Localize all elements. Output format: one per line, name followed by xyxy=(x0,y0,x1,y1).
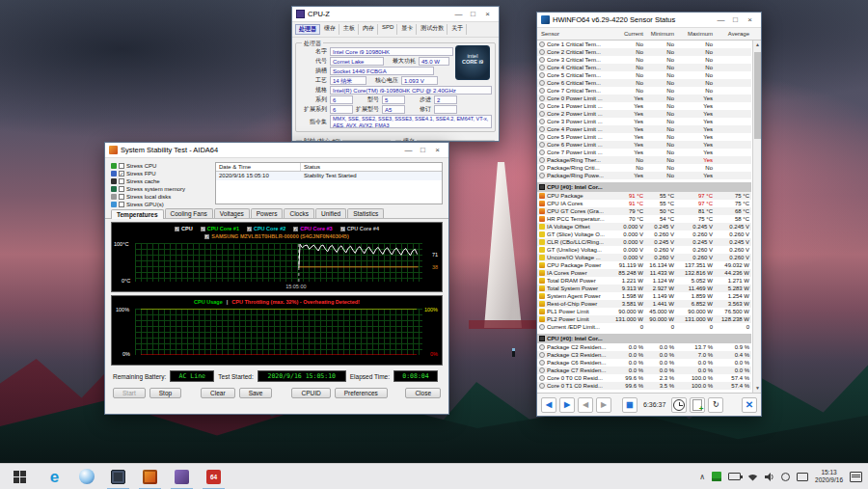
tray-expand-chevron-icon[interactable]: ∧ xyxy=(699,473,705,481)
tab-unified[interactable]: Unified xyxy=(315,208,346,218)
sensor-row[interactable]: CPU IA Cores91 °C55 °C97 °C75 °C xyxy=(537,200,751,207)
sensor-row[interactable]: Package/Ring Powe...YesNoYes xyxy=(537,172,751,179)
cpuz-tab-1[interactable]: 处理器 xyxy=(295,24,320,35)
taskbar-clock[interactable]: 15:13 2020/9/16 xyxy=(815,469,843,484)
sensor-row[interactable]: Package C7 Residen...0.0 %0.0 %0.0 %0.0 … xyxy=(537,367,751,374)
hwinfo-tray-icon[interactable] xyxy=(712,472,721,481)
edge-icon[interactable]: e xyxy=(39,464,70,489)
cpuz-titlebar[interactable]: CPU-Z — □ × xyxy=(292,7,499,22)
configure-sensors-button[interactable]: ▦ xyxy=(622,397,637,413)
scrollbar[interactable]: ▲ ▼ xyxy=(752,41,761,393)
checkbox-icon[interactable] xyxy=(119,178,124,184)
log-table-row[interactable]: 2020/9/16 15:05:10 Stability Test Starte… xyxy=(216,172,442,180)
sensor-row[interactable]: Rest-of-Chip Power3.581 W1.441 W6.852 W3… xyxy=(537,300,751,308)
legend-item[interactable]: ✓CPU Core #3 xyxy=(293,226,332,231)
legend-item[interactable]: ✓CPU Core #1 xyxy=(201,226,239,231)
sensor-row[interactable]: Package C6 Residen...0.0 %0.0 %0.0 %0.0 … xyxy=(537,359,751,367)
sensor-row[interactable]: Core 4 Critical Tem...NoNoNo xyxy=(537,64,751,71)
sensor-row[interactable]: Core 7 Power Limit ...YesNoYes xyxy=(537,149,751,156)
sensor-row[interactable]: CPU Package Power91.119 W16.134 W137.351… xyxy=(537,261,751,269)
maximize-icon[interactable]: □ xyxy=(728,13,743,27)
stress-checkbox-stress-gpu-s-[interactable]: Stress GPU(s) xyxy=(111,201,211,208)
sensor-row[interactable]: Core 1 Critical Tem...NoNoNo xyxy=(537,41,751,48)
sensor-row[interactable]: CLR (CBo/LLC/Ring...0.000 V0.245 V0.245 … xyxy=(537,238,751,246)
clear-button[interactable]: Clear xyxy=(201,388,235,398)
legend-checkbox-icon[interactable]: ✓ xyxy=(175,227,179,231)
reset-values-button[interactable]: ↻ xyxy=(708,397,723,413)
cpuz-tab-2[interactable]: 缓存 xyxy=(321,24,339,35)
sensor-row[interactable]: Core 4 Power Limit ...YesNoYes xyxy=(537,125,751,133)
app-orange-icon[interactable] xyxy=(134,464,166,489)
sensor-row[interactable]: Core 1 Power Limit ...YesNoYes xyxy=(537,102,751,110)
battery-icon[interactable] xyxy=(728,473,741,480)
clock-button[interactable] xyxy=(671,397,687,413)
close-icon[interactable]: × xyxy=(743,13,757,27)
sensor-section-header[interactable]: CPU [#0]: Intel Cor... xyxy=(537,334,751,343)
sensor-row[interactable]: Core 7 Critical Tem...NoNoNo xyxy=(537,87,751,95)
stress-checkbox-stress-cache[interactable]: Stress cache xyxy=(111,177,211,185)
sensor-row[interactable]: Core 0 T0 C0 Resid...99.6 %2.3 %100.0 %5… xyxy=(537,374,751,382)
sensor-row[interactable]: Core 0 T1 C0 Resid...99.6 %3.5 %100.0 %5… xyxy=(537,382,751,390)
minimize-icon[interactable]: — xyxy=(451,7,466,21)
forward-arrow-button[interactable]: ▶ xyxy=(559,397,575,413)
sensor-row[interactable]: Core 6 Power Limit ...YesNoYes xyxy=(537,141,751,149)
cpuz-app-icon[interactable] xyxy=(102,464,134,489)
checkbox-checked-icon[interactable]: ✓ xyxy=(119,171,124,177)
wifi-icon[interactable] xyxy=(747,473,758,481)
aida64-titlebar[interactable]: System Stability Test - AIDA64 — □ × xyxy=(105,143,448,158)
maximize-icon[interactable]: □ xyxy=(416,143,430,157)
sensor-row[interactable]: Core 3 Power Limit ...YesNoYes xyxy=(537,118,751,125)
next-page-button[interactable]: ▶ xyxy=(596,397,611,413)
display-tray-icon[interactable] xyxy=(797,473,808,481)
sensor-row[interactable]: Core 5 Critical Tem...NoNoNo xyxy=(537,71,751,79)
stop-button[interactable]: Stop xyxy=(149,388,181,398)
legend-item[interactable]: ✓CPU Core #4 xyxy=(340,226,379,231)
start-button[interactable]: Start xyxy=(113,388,146,398)
hwinfo64-app-icon[interactable]: 64 xyxy=(198,464,230,489)
tab-temperatures[interactable]: Temperatures xyxy=(111,209,164,219)
tab-voltages[interactable]: Voltages xyxy=(214,208,250,218)
sensor-row[interactable]: GT (Unslice) Voltag...0.000 V0.260 V0.26… xyxy=(537,246,751,254)
sensor-row[interactable]: Core 6 Critical Tem...NoNoNo xyxy=(537,79,751,87)
legend-checkbox-icon[interactable]: ✓ xyxy=(293,227,298,231)
cpuz-tab-5[interactable]: SPD xyxy=(379,24,397,35)
checkbox-icon[interactable] xyxy=(119,163,124,169)
hwinfo-titlebar[interactable]: HWiNFO64 v6.29-4220 Sensor Status — □ × xyxy=(537,13,761,28)
sensor-row[interactable]: Core 5 Power Limit ...YesNoYes xyxy=(537,133,751,141)
preferences-button[interactable]: Preferences xyxy=(335,388,388,398)
cpuid-button[interactable]: CPUID xyxy=(291,388,330,398)
sensor-row[interactable]: Core 0 Power Limit ...YesNoYes xyxy=(537,95,751,102)
sensor-row[interactable]: System Agent Power1.598 W1.149 W1.859 W1… xyxy=(537,292,751,300)
sensor-row[interactable]: IA Cores Power85.248 W11.433 W132.816 W4… xyxy=(537,269,751,277)
sensor-column-headers[interactable]: Sensor Current Minimum Maximum Average xyxy=(537,28,761,41)
tab-cooling-fans[interactable]: Cooling Fans xyxy=(165,208,213,218)
close-sensors-button[interactable]: ✕ xyxy=(742,397,757,413)
cpuz-tab-4[interactable]: 内存 xyxy=(360,24,378,35)
app-purple-icon[interactable] xyxy=(166,464,198,489)
action-center-icon[interactable] xyxy=(850,472,862,482)
stress-checkbox-stress-local-disks[interactable]: Stress local disks xyxy=(111,193,211,201)
stress-checkbox-stress-cpu[interactable]: Stress CPU xyxy=(111,162,211,170)
sensor-row[interactable]: Current /EDP Limit...0000 xyxy=(537,323,751,331)
app-blue-circle-icon[interactable] xyxy=(70,464,102,489)
sensor-row[interactable]: Package/Ring Ther...NoNoYes xyxy=(537,156,751,164)
sensor-row[interactable]: CPU GT Cores (Gra...79 °C50 °C81 °C68 °C xyxy=(537,207,751,215)
back-arrow-button[interactable]: ◀ xyxy=(541,397,556,413)
legend-checkbox-icon[interactable]: ✓ xyxy=(247,227,252,231)
tab-powers[interactable]: Powers xyxy=(251,208,284,218)
logging-button[interactable] xyxy=(690,397,705,413)
close-icon[interactable]: × xyxy=(480,7,495,21)
stress-checkbox-stress-fpu[interactable]: ✓Stress FPU xyxy=(111,170,211,177)
sensor-row[interactable]: CPU Package91 °C55 °C97 °C75 °C xyxy=(537,192,751,200)
start-button[interactable] xyxy=(0,464,39,489)
maximize-icon[interactable]: □ xyxy=(466,7,480,21)
close-button[interactable]: Close xyxy=(405,388,441,398)
legend-item[interactable]: ✓CPU xyxy=(175,226,193,231)
sensor-row[interactable]: Package/Ring Criti...NoNoNo xyxy=(537,164,751,172)
sensor-row[interactable]: Total DRAM Power1.221 W1.124 W5.052 W1.2… xyxy=(537,277,751,285)
sensor-row[interactable]: HR PCC Temperatur...70 °C54 °C75 °C58 °C xyxy=(537,215,751,223)
tray-circle-icon[interactable] xyxy=(781,473,790,481)
minimize-icon[interactable]: — xyxy=(401,143,416,157)
sensor-row[interactable]: Uncore/IO Voltage ...0.000 V0.260 V0.260… xyxy=(537,254,751,261)
volume-icon[interactable] xyxy=(765,473,774,481)
